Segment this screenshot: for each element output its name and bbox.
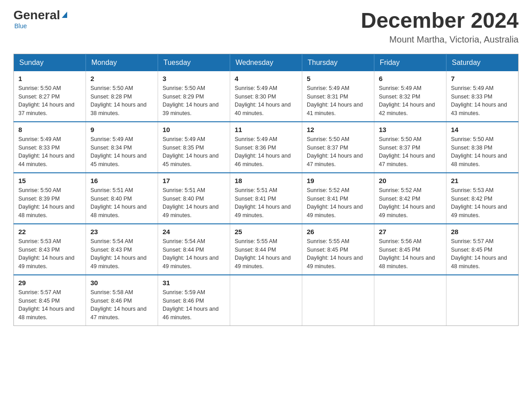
calendar-cell: 21Sunrise: 5:53 AMSunset: 8:42 PMDayligh… <box>446 173 519 224</box>
weekday-header-tuesday: Tuesday <box>158 54 230 71</box>
calendar-cell: 1Sunrise: 5:50 AMSunset: 8:27 PMDaylight… <box>14 71 86 122</box>
day-info: Sunrise: 5:49 AMSunset: 8:32 PMDaylight:… <box>379 84 442 118</box>
weekday-header-wednesday: Wednesday <box>230 54 302 71</box>
day-number: 1 <box>18 75 81 82</box>
calendar-cell <box>302 275 374 326</box>
calendar-week-row: 22Sunrise: 5:53 AMSunset: 8:43 PMDayligh… <box>14 224 519 275</box>
day-info: Sunrise: 5:54 AMSunset: 8:44 PMDaylight:… <box>163 237 225 271</box>
calendar-cell: 12Sunrise: 5:50 AMSunset: 8:37 PMDayligh… <box>302 122 374 173</box>
day-info: Sunrise: 5:51 AMSunset: 8:41 PMDaylight:… <box>235 186 297 220</box>
day-number: 20 <box>379 177 442 184</box>
day-number: 19 <box>307 177 369 184</box>
day-number: 17 <box>163 177 225 184</box>
day-number: 5 <box>307 75 369 82</box>
calendar-cell: 20Sunrise: 5:52 AMSunset: 8:42 PMDayligh… <box>374 173 446 224</box>
day-info: Sunrise: 5:56 AMSunset: 8:45 PMDaylight:… <box>379 237 442 271</box>
weekday-header-monday: Monday <box>86 54 158 71</box>
day-number: 9 <box>90 126 153 133</box>
day-info: Sunrise: 5:49 AMSunset: 8:35 PMDaylight:… <box>163 135 225 169</box>
day-number: 4 <box>235 75 297 82</box>
day-info: Sunrise: 5:52 AMSunset: 8:41 PMDaylight:… <box>307 186 369 220</box>
day-info: Sunrise: 5:49 AMSunset: 8:36 PMDaylight:… <box>235 135 297 169</box>
calendar-cell: 29Sunrise: 5:57 AMSunset: 8:45 PMDayligh… <box>14 275 86 326</box>
day-info: Sunrise: 5:49 AMSunset: 8:33 PMDaylight:… <box>18 135 81 169</box>
day-number: 8 <box>18 126 81 133</box>
calendar-week-row: 8Sunrise: 5:49 AMSunset: 8:33 PMDaylight… <box>14 122 519 173</box>
day-number: 14 <box>451 126 514 133</box>
logo-text: General <box>13 9 67 21</box>
calendar-cell: 7Sunrise: 5:49 AMSunset: 8:33 PMDaylight… <box>446 71 519 122</box>
calendar-cell: 25Sunrise: 5:55 AMSunset: 8:44 PMDayligh… <box>230 224 302 275</box>
day-info: Sunrise: 5:55 AMSunset: 8:45 PMDaylight:… <box>307 237 369 271</box>
calendar-week-row: 29Sunrise: 5:57 AMSunset: 8:45 PMDayligh… <box>14 275 519 326</box>
calendar-cell: 28Sunrise: 5:57 AMSunset: 8:45 PMDayligh… <box>446 224 519 275</box>
day-number: 27 <box>379 228 442 235</box>
day-number: 15 <box>18 177 81 184</box>
day-info: Sunrise: 5:53 AMSunset: 8:42 PMDaylight:… <box>451 186 514 220</box>
calendar-cell: 23Sunrise: 5:54 AMSunset: 8:43 PMDayligh… <box>86 224 158 275</box>
day-info: Sunrise: 5:49 AMSunset: 8:34 PMDaylight:… <box>90 135 153 169</box>
calendar-cell: 13Sunrise: 5:50 AMSunset: 8:37 PMDayligh… <box>374 122 446 173</box>
calendar-cell: 2Sunrise: 5:50 AMSunset: 8:28 PMDaylight… <box>86 71 158 122</box>
day-number: 23 <box>90 228 153 235</box>
calendar-cell: 15Sunrise: 5:50 AMSunset: 8:39 PMDayligh… <box>14 173 86 224</box>
day-info: Sunrise: 5:52 AMSunset: 8:42 PMDaylight:… <box>379 186 442 220</box>
day-number: 22 <box>18 228 81 235</box>
page-header: General Blue December 2024 Mount Martha,… <box>13 9 519 45</box>
day-info: Sunrise: 5:50 AMSunset: 8:27 PMDaylight:… <box>18 84 81 118</box>
calendar-cell: 30Sunrise: 5:58 AMSunset: 8:46 PMDayligh… <box>86 275 158 326</box>
calendar-cell: 22Sunrise: 5:53 AMSunset: 8:43 PMDayligh… <box>14 224 86 275</box>
day-info: Sunrise: 5:50 AMSunset: 8:39 PMDaylight:… <box>18 186 81 220</box>
calendar-cell: 31Sunrise: 5:59 AMSunset: 8:46 PMDayligh… <box>158 275 230 326</box>
location-title: Mount Martha, Victoria, Australia <box>361 34 519 45</box>
calendar-cell: 18Sunrise: 5:51 AMSunset: 8:41 PMDayligh… <box>230 173 302 224</box>
day-info: Sunrise: 5:49 AMSunset: 8:30 PMDaylight:… <box>235 84 297 118</box>
day-number: 7 <box>451 75 514 82</box>
calendar-cell <box>446 275 519 326</box>
calendar-cell: 5Sunrise: 5:49 AMSunset: 8:31 PMDaylight… <box>302 71 374 122</box>
day-number: 16 <box>90 177 153 184</box>
day-info: Sunrise: 5:59 AMSunset: 8:46 PMDaylight:… <box>163 288 225 322</box>
weekday-header-thursday: Thursday <box>302 54 374 71</box>
day-info: Sunrise: 5:49 AMSunset: 8:33 PMDaylight:… <box>451 84 514 118</box>
calendar-cell: 9Sunrise: 5:49 AMSunset: 8:34 PMDaylight… <box>86 122 158 173</box>
day-info: Sunrise: 5:53 AMSunset: 8:43 PMDaylight:… <box>18 237 81 271</box>
calendar-week-row: 15Sunrise: 5:50 AMSunset: 8:39 PMDayligh… <box>14 173 519 224</box>
day-number: 11 <box>235 126 297 133</box>
day-number: 13 <box>379 126 442 133</box>
day-number: 21 <box>451 177 514 184</box>
day-info: Sunrise: 5:51 AMSunset: 8:40 PMDaylight:… <box>163 186 225 220</box>
calendar-cell: 14Sunrise: 5:50 AMSunset: 8:38 PMDayligh… <box>446 122 519 173</box>
day-info: Sunrise: 5:57 AMSunset: 8:45 PMDaylight:… <box>18 288 81 322</box>
day-info: Sunrise: 5:50 AMSunset: 8:37 PMDaylight:… <box>379 135 442 169</box>
day-number: 12 <box>307 126 369 133</box>
day-number: 6 <box>379 75 442 82</box>
calendar-cell: 4Sunrise: 5:49 AMSunset: 8:30 PMDaylight… <box>230 71 302 122</box>
weekday-header-row: SundayMondayTuesdayWednesdayThursdayFrid… <box>14 54 519 71</box>
day-number: 24 <box>163 228 225 235</box>
day-info: Sunrise: 5:57 AMSunset: 8:45 PMDaylight:… <box>451 237 514 271</box>
day-info: Sunrise: 5:50 AMSunset: 8:28 PMDaylight:… <box>90 84 153 118</box>
day-number: 18 <box>235 177 297 184</box>
day-info: Sunrise: 5:51 AMSunset: 8:40 PMDaylight:… <box>90 186 153 220</box>
calendar-cell: 10Sunrise: 5:49 AMSunset: 8:35 PMDayligh… <box>158 122 230 173</box>
day-number: 10 <box>163 126 225 133</box>
day-info: Sunrise: 5:55 AMSunset: 8:44 PMDaylight:… <box>235 237 297 271</box>
day-number: 29 <box>18 279 81 287</box>
calendar-cell: 8Sunrise: 5:49 AMSunset: 8:33 PMDaylight… <box>14 122 86 173</box>
calendar-cell: 6Sunrise: 5:49 AMSunset: 8:32 PMDaylight… <box>374 71 446 122</box>
calendar-cell: 16Sunrise: 5:51 AMSunset: 8:40 PMDayligh… <box>86 173 158 224</box>
calendar-week-row: 1Sunrise: 5:50 AMSunset: 8:27 PMDaylight… <box>14 71 519 122</box>
day-info: Sunrise: 5:58 AMSunset: 8:46 PMDaylight:… <box>90 288 153 322</box>
logo-general: General <box>13 9 60 21</box>
logo-triangle-icon <box>62 12 67 18</box>
month-title: December 2024 <box>361 9 519 33</box>
calendar-table: SundayMondayTuesdayWednesdayThursdayFrid… <box>13 54 519 326</box>
title-area: December 2024 Mount Martha, Victoria, Au… <box>361 9 519 45</box>
weekday-header-friday: Friday <box>374 54 446 71</box>
weekday-header-sunday: Sunday <box>14 54 86 71</box>
calendar-cell: 11Sunrise: 5:49 AMSunset: 8:36 PMDayligh… <box>230 122 302 173</box>
day-info: Sunrise: 5:49 AMSunset: 8:31 PMDaylight:… <box>307 84 369 118</box>
day-info: Sunrise: 5:50 AMSunset: 8:29 PMDaylight:… <box>163 84 225 118</box>
calendar-cell: 24Sunrise: 5:54 AMSunset: 8:44 PMDayligh… <box>158 224 230 275</box>
